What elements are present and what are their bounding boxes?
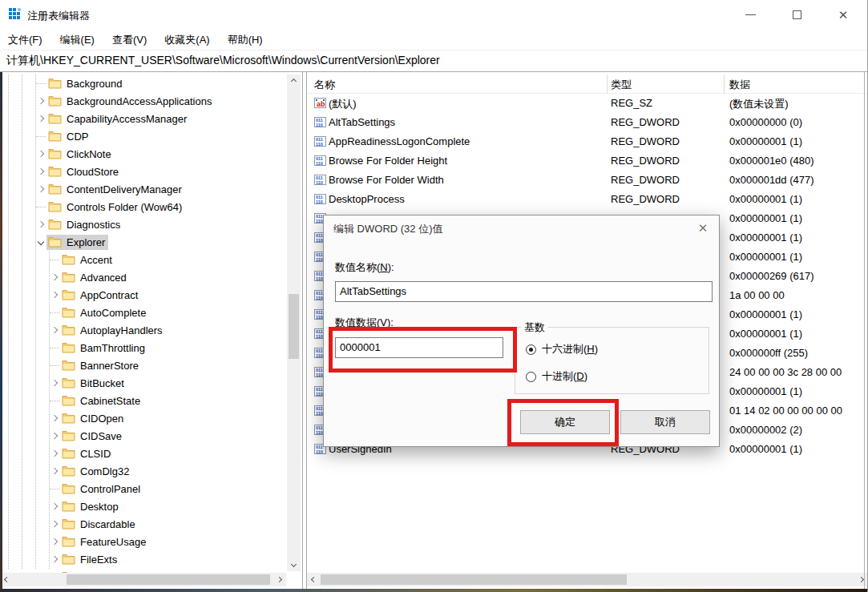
- tree-item-BitBucket[interactable]: BitBucket: [49, 374, 127, 392]
- value-row-(默认)[interactable]: ab (默认)REG_SZ(数值未设置): [307, 94, 868, 113]
- column-header-data[interactable]: 数据: [729, 78, 750, 92]
- value-row-AppReadinessLogonComplete[interactable]: 011 110 AppReadinessLogonCompleteREG_DWO…: [307, 132, 868, 151]
- tree-item-BamThrottling[interactable]: BamThrottling: [49, 339, 148, 356]
- chevron-right-icon[interactable]: [49, 289, 60, 300]
- chevron-right-icon[interactable]: [35, 113, 46, 124]
- scroll-down-arrow[interactable]: [287, 558, 301, 571]
- tree-item-Explorer[interactable]: Explorer: [35, 233, 108, 251]
- tree-item-CIDSave[interactable]: CIDSave: [49, 427, 125, 445]
- chevron-right-icon[interactable]: [35, 219, 46, 230]
- chevron-right-icon[interactable]: [49, 554, 60, 565]
- tree-item-label: CabinetState: [80, 395, 140, 407]
- tree-item-ContentDeliveryManager[interactable]: ContentDeliveryManager: [35, 180, 185, 198]
- chevron-down-icon[interactable]: [35, 236, 46, 248]
- column-header-name[interactable]: 名称: [314, 78, 335, 92]
- tree-item-Discardable[interactable]: Discardable: [49, 515, 139, 533]
- menu-item-0[interactable]: 文件(F): [8, 33, 42, 47]
- menu-item-2[interactable]: 查看(V): [112, 33, 147, 47]
- value-row-Browse For Folder Height[interactable]: 011 110 Browse For Folder HeightREG_DWOR…: [307, 151, 868, 171]
- value-name-label: 数值名称(N):: [335, 260, 394, 275]
- chevron-right-icon[interactable]: [35, 95, 46, 107]
- tree-item-CloudStore[interactable]: CloudStore: [35, 163, 122, 180]
- reg-dword-icon: 011 110: [314, 155, 326, 166]
- menu-item-3[interactable]: 收藏夹(A): [164, 33, 209, 47]
- address-bar[interactable]: 计算机\HKEY_CURRENT_USER\Software\Microsoft…: [0, 50, 868, 72]
- tree-item-CabinetState[interactable]: CabinetState: [49, 392, 143, 409]
- chevron-right-icon[interactable]: [49, 465, 60, 477]
- tree-item-label: FeatureUsage: [80, 536, 146, 548]
- value-name-input[interactable]: AltTabSettings: [335, 281, 713, 302]
- column-separator[interactable]: [607, 75, 608, 94]
- value-data: 0x00000001 (1): [729, 308, 802, 320]
- tree-vertical-scrollbar[interactable]: [287, 75, 301, 571]
- chevron-right-icon[interactable]: [49, 448, 60, 459]
- svg-text:110: 110: [316, 276, 323, 281]
- tree-item-FileExts[interactable]: FileExts: [49, 550, 120, 568]
- chevron-right-icon[interactable]: [35, 166, 46, 177]
- radio-checked-icon: [526, 344, 536, 355]
- tree-item-CapabilityAccessManager[interactable]: CapabilityAccessManager: [35, 110, 190, 127]
- hex-radio-option[interactable]: 十六进制(H): [526, 342, 598, 356]
- tree-item-AutoComplete[interactable]: AutoComplete: [49, 304, 149, 321]
- value-data: 0x00000001 (1): [729, 193, 802, 205]
- chevron-right-icon[interactable]: [49, 536, 60, 547]
- menu-item-4[interactable]: 帮助(H): [228, 33, 263, 47]
- tree-item-Controls Folder (Wow64)[interactable]: Controls Folder (Wow64): [35, 198, 185, 215]
- value-data: 0x00000002 (2): [729, 424, 802, 436]
- tree-item-AppContract[interactable]: AppContract: [49, 286, 141, 304]
- list-horizontal-scrollbar[interactable]: [307, 573, 868, 586]
- chevron-right-icon[interactable]: [49, 501, 60, 512]
- minimize-button[interactable]: [732, 0, 769, 30]
- value-row-Browse For Folder Width[interactable]: 011 110 Browse For Folder WidthREG_DWORD…: [307, 171, 868, 190]
- chevron-right-icon[interactable]: [49, 413, 60, 424]
- tree-item-label: AutoComplete: [80, 307, 146, 319]
- chevron-right-icon[interactable]: [49, 272, 60, 283]
- decimal-radio-option[interactable]: 十进制(D): [526, 369, 587, 384]
- value-row-AltTabSettings[interactable]: 011 110 AltTabSettingsREG_DWORD0x0000000…: [307, 113, 868, 132]
- scroll-left-arrow[interactable]: [307, 573, 321, 586]
- chevron-right-icon[interactable]: [35, 183, 46, 195]
- chevron-right-icon[interactable]: [35, 148, 46, 159]
- tree-item-BackgroundAccessApplications[interactable]: BackgroundAccessApplications: [35, 92, 215, 110]
- menu-item-1[interactable]: 编辑(E): [60, 33, 95, 47]
- dialog-close-button[interactable]: ✕: [693, 220, 713, 236]
- folder-icon: [48, 131, 62, 142]
- tree-item-Accent[interactable]: Accent: [49, 251, 115, 268]
- maximize-button[interactable]: [778, 0, 815, 30]
- tree-item-label: CLSID: [80, 448, 111, 460]
- value-row-DesktopProcess[interactable]: 011 110 DesktopProcessREG_DWORD0x0000000…: [307, 190, 868, 209]
- tree-item-label: ComDlg32: [80, 465, 129, 477]
- tree-item-Diagnostics[interactable]: Diagnostics: [35, 215, 123, 233]
- tree-item-ComDlg32[interactable]: ComDlg32: [49, 462, 132, 480]
- tree-horizontal-scrollbar[interactable]: [0, 573, 286, 586]
- tree-item-AutoplayHandlers[interactable]: AutoplayHandlers: [49, 321, 166, 339]
- tree-item-label: Accent: [80, 254, 112, 266]
- tree-item-Background[interactable]: Background: [35, 75, 125, 92]
- tree-branch-stub: [49, 395, 60, 406]
- tree-item-ControlPanel[interactable]: ControlPanel: [49, 480, 143, 497]
- tree-item-BannerStore[interactable]: BannerStore: [49, 356, 142, 374]
- tree-item-Advanced[interactable]: Advanced: [49, 268, 130, 286]
- close-button[interactable]: ✕: [825, 0, 862, 30]
- scroll-right-arrow[interactable]: [273, 573, 286, 586]
- chevron-right-icon[interactable]: [49, 377, 60, 389]
- tree-item-ClickNote[interactable]: ClickNote: [35, 145, 115, 163]
- tree-item-Desktop[interactable]: Desktop: [49, 497, 122, 515]
- chevron-right-icon[interactable]: [49, 430, 60, 441]
- window-title: 注册表编辑器: [27, 9, 90, 23]
- scroll-right-arrow[interactable]: [854, 573, 868, 586]
- tree-item-CDP[interactable]: CDP: [35, 127, 91, 145]
- column-header-type[interactable]: 类型: [611, 78, 632, 92]
- scroll-up-arrow[interactable]: [287, 75, 301, 88]
- chevron-right-icon[interactable]: [49, 324, 60, 336]
- chevron-right-icon[interactable]: [49, 518, 60, 530]
- tree-hscroll-thumb[interactable]: [67, 574, 270, 585]
- list-hscroll-thumb[interactable]: [321, 574, 627, 585]
- cancel-button[interactable]: 取消: [620, 410, 710, 434]
- tree-item-CLSID[interactable]: CLSID: [49, 445, 114, 462]
- tree-item-FeatureUsage[interactable]: FeatureUsage: [49, 533, 149, 550]
- tree-vscroll-thumb[interactable]: [289, 294, 299, 359]
- tree-item-CIDOpen[interactable]: CIDOpen: [49, 409, 127, 427]
- folder-icon: [62, 501, 75, 512]
- column-separator[interactable]: [724, 75, 725, 94]
